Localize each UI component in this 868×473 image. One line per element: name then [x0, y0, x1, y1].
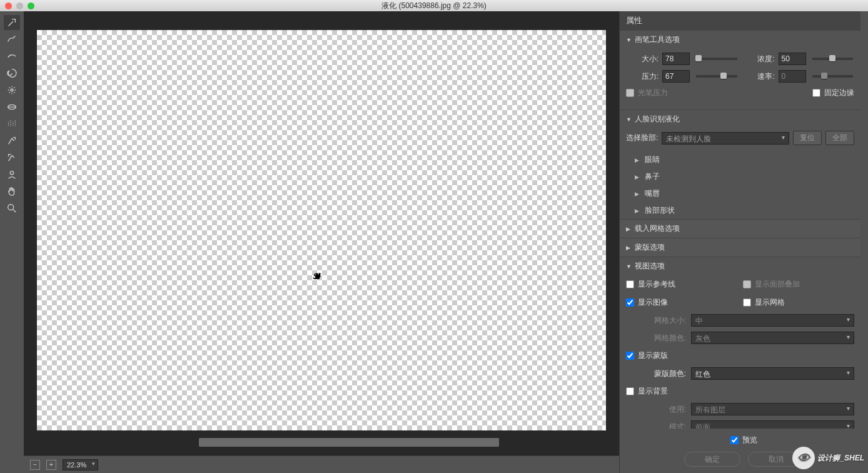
pen-pressure-checkbox: 光笔压力	[626, 88, 668, 98]
mask-color-label: 蒙版颜色:	[626, 369, 686, 379]
face-reset-button[interactable]: 复位	[793, 131, 822, 145]
section-face-liquify[interactable]: ▼人脸识别液化	[620, 109, 860, 128]
zoom-in-button[interactable]: +	[46, 460, 56, 470]
scroll-down-icon[interactable]: ▼	[860, 420, 868, 429]
panel-title: 属性	[620, 11, 860, 30]
show-guides-checkbox[interactable]	[626, 280, 634, 288]
rate-slider	[812, 75, 854, 78]
freeze-mask-tool[interactable]	[4, 133, 20, 148]
show-image-checkbox[interactable]	[626, 298, 634, 307]
reconstruct-tool[interactable]	[4, 32, 20, 47]
show-face-overlay-checkbox	[743, 280, 751, 288]
rate-label: 速率:	[742, 71, 775, 82]
mode-select: 前面	[691, 420, 854, 429]
forward-warp-tool[interactable]	[4, 15, 20, 30]
density-slider[interactable]	[812, 58, 854, 60]
titlebar: 液化 (500439886.jpg @ 22.3%)	[0, 0, 868, 11]
pressure-slider[interactable]	[696, 75, 737, 78]
svg-point-2	[8, 205, 14, 210]
show-bg-label: 显示背景	[638, 386, 668, 397]
rate-input	[779, 70, 806, 83]
mesh-size-select: 中	[691, 314, 854, 327]
mask-color-select[interactable]: 红色	[691, 367, 854, 380]
size-input[interactable]	[662, 53, 690, 65]
canvas-area: Shel Yin − + 22.3%	[24, 11, 619, 473]
size-slider[interactable]	[696, 58, 737, 60]
face-all-button[interactable]: 全部	[825, 131, 854, 145]
density-input[interactable]	[779, 53, 806, 65]
zoom-tool[interactable]	[4, 201, 20, 216]
preview-checkbox[interactable]: 预览	[730, 435, 757, 445]
show-mask-label: 显示蒙版	[638, 350, 668, 361]
thaw-mask-tool[interactable]	[4, 150, 20, 165]
show-image-label: 显示图像	[638, 297, 668, 308]
push-left-tool[interactable]	[4, 116, 20, 131]
density-label: 浓度:	[742, 54, 775, 64]
mesh-size-label: 网格大小:	[626, 315, 686, 326]
show-mask-checkbox[interactable]	[626, 352, 634, 360]
show-mesh-checkbox[interactable]	[743, 298, 751, 307]
twirl-tool[interactable]	[4, 66, 20, 81]
pressure-input[interactable]	[662, 70, 690, 83]
show-mesh-label: 显示网格	[755, 297, 785, 308]
face-select[interactable]: 未检测到人脸	[662, 132, 789, 145]
zoom-out-button[interactable]: −	[30, 460, 40, 470]
section-view-options[interactable]: ▼视图选项	[620, 257, 860, 275]
panel-footer: 预览 确定 取消	[620, 429, 868, 473]
face-nose[interactable]: ▶鼻子	[620, 168, 860, 185]
smooth-tool[interactable]	[4, 49, 20, 64]
size-label: 大小:	[626, 54, 659, 64]
ok-button[interactable]: 确定	[684, 452, 740, 467]
pin-edge-checkbox[interactable]: 固定边缘	[812, 88, 854, 98]
cancel-button[interactable]: 取消	[748, 452, 804, 467]
canvas[interactable]: Shel Yin	[37, 30, 606, 430]
zoom-select[interactable]: 22.3%	[63, 459, 98, 470]
section-brush-options[interactable]: ▼画笔工具选项	[620, 30, 860, 49]
scroll-up-icon[interactable]: ▲	[860, 11, 868, 20]
use-label: 使用:	[626, 404, 686, 415]
bloat-tool[interactable]	[4, 99, 20, 114]
svg-point-1	[10, 171, 13, 175]
mode-label: 模式:	[626, 422, 686, 429]
face-mouth[interactable]: ▶嘴唇	[620, 185, 860, 202]
use-select: 所有图层	[691, 403, 854, 415]
toolbar	[0, 11, 24, 473]
show-bg-checkbox[interactable]	[626, 387, 634, 395]
section-mask-options[interactable]: ▶蒙版选项	[620, 238, 860, 257]
canvas-text: Shel Yin	[308, 147, 335, 313]
face-select-label: 选择脸部:	[626, 133, 658, 143]
properties-panel: ▲ 属性 ▼画笔工具选项 大小: 浓度:	[619, 11, 868, 473]
pressure-label: 压力:	[626, 71, 659, 82]
face-shape[interactable]: ▶脸部形状	[620, 202, 860, 219]
section-load-mesh[interactable]: ▶载入网格选项	[620, 219, 860, 238]
face-tool[interactable]	[4, 167, 20, 182]
horizontal-scrollbar[interactable]	[199, 438, 499, 447]
mesh-color-label: 网格颜色:	[626, 333, 686, 343]
face-eyes[interactable]: ▶眼睛	[620, 151, 860, 168]
window-title: 液化 (500439886.jpg @ 22.3%)	[0, 1, 868, 11]
hand-tool[interactable]	[4, 184, 20, 199]
status-bar: − + 22.3%	[24, 455, 619, 473]
show-guides-label: 显示参考线	[638, 279, 675, 290]
mesh-color-select: 灰色	[691, 332, 854, 344]
show-face-overlay-label: 显示面部叠加	[755, 279, 800, 290]
pucker-tool[interactable]	[4, 83, 20, 98]
